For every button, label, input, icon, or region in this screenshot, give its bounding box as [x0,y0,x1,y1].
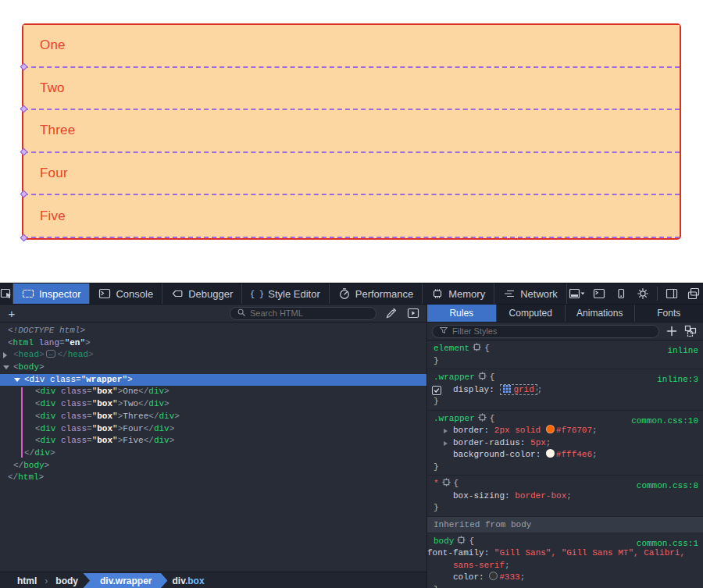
markup-token: Three [123,412,148,421]
breadcrumb-item[interactable]: html [9,576,45,586]
markup-token: html [18,472,38,482]
selector-highlighter-icon[interactable] [478,413,487,422]
markup-token: <!DOCTYPE html> [8,326,85,335]
close-brace: } [434,397,439,406]
css-property[interactable]: display: grid; [427,384,703,397]
tab-label: Network [520,288,558,300]
split-console-button[interactable] [589,283,609,305]
sidebar-tab-fonts[interactable]: Fonts [635,305,703,322]
tab-network[interactable]: Network [494,283,567,304]
tab-inspector[interactable]: Inspector [13,283,90,304]
markup-line[interactable]: <div class="box">Four</div> [0,423,426,436]
add-rule-button[interactable] [664,323,680,339]
expand-property-icon[interactable] [444,429,448,433]
search-input[interactable] [250,308,352,318]
selector-highlighter-icon[interactable] [442,478,451,486]
css-property[interactable]: font-family: "Gill Sans", "Gill Sans MT"… [427,547,703,572]
property-enabled-checkbox[interactable] [432,386,441,395]
markup-line[interactable]: </div> [0,447,426,460]
css-property[interactable]: background-color: #fff4e6; [427,449,703,461]
markup-line[interactable]: <html lang="en"> [0,337,426,350]
sidebar-tab-rules[interactable]: Rules [427,305,497,322]
eyedropper-button[interactable] [383,305,400,322]
tab-memory[interactable]: Memory [423,283,494,304]
collapse-arrow-icon[interactable] [14,378,20,382]
filter-styles-box[interactable] [432,325,659,338]
css-property[interactable]: border: 2px solid #f76707; [427,425,703,437]
markup-token: < [35,412,41,421]
css-property[interactable]: box-sizing: border-box; [427,490,703,503]
expand-property-icon[interactable] [444,441,448,446]
markup-token: </ [148,412,159,421]
css-property[interactable]: color: #333; [427,572,703,584]
filter-icon [439,326,448,337]
sidebar-toggle-button[interactable] [662,283,682,305]
property-name: background-color [453,450,536,459]
property-name: border-radius [453,438,520,447]
property-colon: : [489,385,499,394]
css-rule-selector[interactable]: element{inline [427,343,703,355]
markup-line[interactable]: <!DOCTYPE html> [0,325,426,337]
close-brace: } [434,356,439,365]
markup-token: " [112,412,118,421]
markup-line[interactable]: <body> [0,362,426,374]
property-colon: : [520,438,530,447]
expand-arrow-icon[interactable] [3,352,7,358]
css-rule-selector[interactable]: body{common.css:1 [427,536,703,548]
breadcrumb-item[interactable]: div.box [164,576,212,586]
css-rule: element{inline} [427,340,703,369]
markup-line[interactable]: <div class="box">Three</div> [0,411,426,423]
three-pane-toggle-button[interactable] [405,305,422,322]
markup-token: box [97,412,112,421]
pop-window-button[interactable] [683,283,703,305]
color-swatch[interactable] [546,425,555,433]
sidebar-tabs: RulesComputedAnimationsFonts [427,305,703,323]
pseudo-class-panel-button[interactable] [683,323,698,339]
collapse-arrow-icon[interactable] [3,365,9,369]
filter-styles-input[interactable] [452,326,652,336]
breadcrumb-item-selected[interactable]: div.wrapper [83,573,167,588]
markup-line[interactable]: <div class="box">Two</div> [0,398,426,411]
node-picker-button[interactable] [0,283,13,304]
open-brace: { [454,479,459,488]
devtools-tabbar: InspectorConsoleDebugger{ }Style EditorP… [0,283,703,305]
inherited-from-header: Inherited from body [427,517,703,533]
performance-icon [338,287,351,300]
tab-style-editor[interactable]: { }Style Editor [242,283,329,304]
node-picker-icon [0,287,12,300]
css-rule-selector[interactable]: .wrapper{inline:3 [427,372,703,384]
css-rule-selector[interactable]: *{common.css:8 [427,478,703,490]
css-property[interactable]: border-radius: 5px; [427,437,703,450]
color-swatch[interactable] [546,449,555,458]
markup-line[interactable]: <div class="box">Five</div> [0,435,426,447]
markup-line-selected[interactable]: <div class="wrapper"> [0,374,426,387]
dock-bottom-button[interactable] [567,283,587,305]
sidebar-tab-computed[interactable]: Computed [497,305,566,322]
settings-gear-button[interactable] [633,283,653,305]
breadcrumb: html›bodydiv.wrapperdiv.box [0,572,426,588]
property-semicolon: ; [546,438,551,447]
grid-box-label: Four [40,166,68,181]
rules-view: element{inline}.wrapper{inline:3display:… [427,323,703,588]
tab-console[interactable]: Console [90,283,162,304]
responsive-design-button[interactable] [611,283,631,305]
search-html-box[interactable] [230,307,376,320]
add-node-button[interactable]: + [5,308,19,319]
markup-line[interactable]: <head>…</head> [0,349,426,362]
markup-token: head [19,350,39,359]
css-rule-selector[interactable]: .wrapper{common.css:10 [427,413,703,426]
selector-highlighter-icon[interactable] [457,536,466,544]
tab-performance[interactable]: Performance [330,283,423,304]
grid-box: Five [23,194,680,238]
tab-debugger[interactable]: Debugger [162,283,242,304]
markup-line[interactable]: </body> [0,460,426,472]
markup-line[interactable]: </html> [0,472,426,484]
grid-highlighter-badge[interactable]: grid [500,384,537,395]
sidebar-tab-animations[interactable]: Animations [566,305,635,322]
color-swatch[interactable] [489,572,498,580]
selector-highlighter-icon[interactable] [473,343,481,351]
markup-line[interactable]: <div class="box">One</div> [0,386,426,398]
markup-token: div [159,412,175,421]
breadcrumb-item[interactable]: body [48,576,86,586]
selector-highlighter-icon[interactable] [478,372,487,380]
